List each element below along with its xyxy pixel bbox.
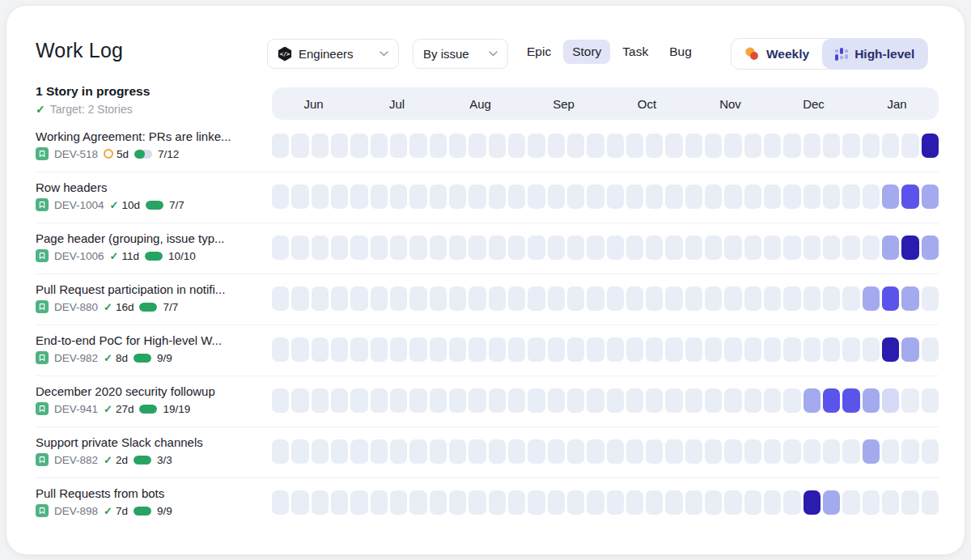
issue-title[interactable]: Pull Requests from bots <box>36 486 269 500</box>
progress-pill <box>134 507 151 515</box>
work-row: Pull Requests from bots DEV-898 ✓7d 9/9 <box>0 482 971 533</box>
week-cells <box>272 490 939 515</box>
in-progress-ring-icon <box>104 149 113 159</box>
week-cell <box>548 490 565 515</box>
tab-story[interactable]: Story <box>563 40 610 64</box>
week-cell <box>489 235 506 260</box>
week-cells <box>272 337 939 362</box>
issue-key[interactable]: DEV-1004 <box>54 199 104 211</box>
week-cell <box>587 388 604 413</box>
issue-key[interactable]: DEV-882 <box>54 454 98 466</box>
story-type-icon <box>36 504 49 517</box>
week-cell <box>371 286 388 311</box>
week-cell <box>882 235 899 260</box>
week-cell <box>685 235 702 260</box>
weekly-view-button[interactable]: Weekly <box>731 39 822 69</box>
week-cell <box>508 286 525 311</box>
issue-key[interactable]: DEV-518 <box>54 148 98 160</box>
story-type-icon <box>36 351 49 364</box>
week-cell <box>469 337 486 362</box>
issue-key[interactable]: DEV-898 <box>54 505 98 517</box>
week-cell <box>626 337 643 362</box>
week-cell <box>842 134 859 158</box>
week-cell <box>291 337 308 362</box>
week-cell <box>272 134 289 158</box>
issue-title[interactable]: Working Agreement: PRs are linke... <box>36 129 269 143</box>
issue-title[interactable]: December 2020 security followup <box>36 384 269 398</box>
week-cell <box>724 337 741 362</box>
work-row: Working Agreement: PRs are linke... DEV-… <box>0 125 971 176</box>
week-cell <box>804 235 820 260</box>
week-cell <box>350 134 367 158</box>
story-type-icon <box>36 453 49 466</box>
week-cell <box>823 185 840 209</box>
work-row: Support private Slack channels DEV-882 ✓… <box>0 431 971 482</box>
issue-title[interactable]: Pull Request participation in notifi... <box>36 282 269 296</box>
week-cell <box>646 185 663 209</box>
progress-summary: 1 Story in progress ✓ Target: 2 Stories <box>36 84 150 116</box>
week-cell <box>842 490 859 515</box>
week-cell <box>685 490 702 515</box>
issue-title[interactable]: Page header (grouping, issue typ... <box>36 231 269 245</box>
week-cell <box>764 439 781 464</box>
done-check-icon: ✓ <box>110 199 119 211</box>
work-row: Row headers DEV-1004 ✓10d 7/7 <box>0 176 971 227</box>
summary-title: 1 Story in progress <box>36 84 150 99</box>
week-cell <box>783 286 800 311</box>
week-cell <box>764 286 781 311</box>
issue-title[interactable]: End-to-end PoC for High-level W... <box>36 333 269 347</box>
issue-key[interactable]: DEV-941 <box>54 403 98 415</box>
week-cell <box>901 185 918 209</box>
week-cell <box>724 490 741 515</box>
issue-title[interactable]: Support private Slack channels <box>36 435 269 449</box>
tab-bug[interactable]: Bug <box>660 40 701 64</box>
week-cell <box>350 388 367 413</box>
week-cells <box>272 134 939 158</box>
week-cell <box>901 439 918 464</box>
tab-epic[interactable]: Epic <box>518 40 560 64</box>
week-cell <box>804 388 820 413</box>
week-cell <box>587 490 604 515</box>
issue-key[interactable]: DEV-982 <box>54 352 98 364</box>
week-cell <box>449 490 466 515</box>
week-cell <box>804 439 820 464</box>
week-cell <box>744 388 761 413</box>
week-cell <box>508 185 525 209</box>
story-type-icon <box>36 300 49 313</box>
progress-pill <box>139 405 157 414</box>
high-level-view-button[interactable]: High-level <box>822 39 927 69</box>
week-cell <box>489 490 506 515</box>
issue-title[interactable]: Row headers <box>36 180 269 194</box>
issue-key[interactable]: DEV-880 <box>54 301 98 313</box>
issue-key[interactable]: DEV-1006 <box>54 250 104 262</box>
week-cell <box>371 337 388 362</box>
week-cell <box>901 388 918 413</box>
week-cell <box>489 388 506 413</box>
month-label: Jan <box>855 87 939 120</box>
duration-badge: ✓16d <box>104 301 134 313</box>
week-cell <box>331 185 348 209</box>
week-cell <box>449 439 466 464</box>
week-cell <box>409 439 426 464</box>
progress-count: 19/19 <box>163 403 190 415</box>
week-cell <box>744 439 761 464</box>
week-cell <box>646 286 663 311</box>
page-title: Work Log <box>36 39 123 62</box>
tab-task[interactable]: Task <box>613 40 657 64</box>
week-cell <box>882 388 899 413</box>
week-cell <box>823 134 840 158</box>
week-cell <box>409 185 426 209</box>
week-cell <box>350 235 367 260</box>
week-cell <box>665 490 682 515</box>
week-cell <box>607 337 624 362</box>
week-cell <box>882 490 899 515</box>
week-cell <box>863 286 880 311</box>
week-cell <box>842 337 859 362</box>
week-cell <box>548 286 565 311</box>
team-select[interactable]: </> Engineers <box>267 39 399 69</box>
week-cell <box>331 388 348 413</box>
group-by-select[interactable]: By issue <box>413 39 508 69</box>
week-cell <box>744 337 761 362</box>
week-cell <box>882 337 899 362</box>
week-cell <box>272 388 289 413</box>
